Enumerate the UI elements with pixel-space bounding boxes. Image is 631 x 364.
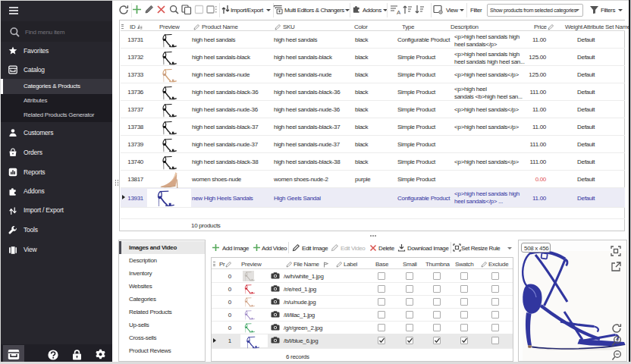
svg-text:A: A [397,9,400,15]
